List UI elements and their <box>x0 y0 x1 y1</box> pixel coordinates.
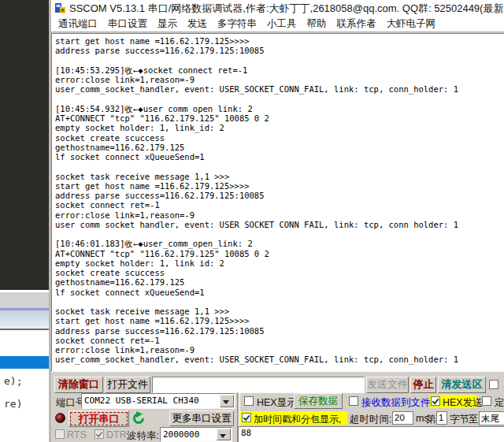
timestamp-checkbox[interactable] <box>242 413 251 422</box>
terminal-line: AT+CONNECT "tcp" "116.62.179.125" 10085 … <box>55 113 504 123</box>
title-bar[interactable]: SSCOM V5.13.1 串口/网络数据调试器,作者:大虾丁丁,2618058… <box>51 0 504 16</box>
terminal-line: address parse success=116.62.179.125:100… <box>55 46 504 55</box>
menu-item[interactable]: 多字符串 <box>217 17 257 31</box>
terminal-line: socket create scuccess <box>55 133 504 143</box>
hex-send-label: HEX发送 <box>443 396 483 410</box>
open-file-button[interactable]: 打开文件 <box>105 377 150 393</box>
hex-display-label[interactable]: HEX显示 <box>257 396 297 410</box>
baud-rate-value: 2000000 <box>163 429 199 440</box>
port-select[interactable]: COM22 USB-SERIAL CH340 <box>81 393 235 409</box>
menu-item[interactable]: 帮助 <box>307 17 327 31</box>
background-code-text: e); <box>4 375 22 387</box>
menu-item[interactable]: 显示 <box>158 17 177 31</box>
timeout-input[interactable]: 20 <box>392 411 413 425</box>
dtr-checkbox[interactable] <box>94 429 104 439</box>
background-divider <box>0 329 49 330</box>
terminal-line: start get host name =116.62.179.125>>>> <box>55 181 504 191</box>
menu-item[interactable]: 发送 <box>187 17 207 31</box>
rts-label: RTS <box>67 429 87 440</box>
terminal-line: user_comm_socket_handler, event: USER_SO… <box>55 355 504 364</box>
refresh-ports-icon[interactable] <box>132 411 146 425</box>
port-status-led <box>55 413 65 423</box>
terminal-line: empty socket holder: 1, link_id: 2 <box>55 258 504 268</box>
terminal-line: socket connect ret=-1 <box>55 336 504 345</box>
menu-item[interactable]: 通讯端口 <box>58 17 98 31</box>
background-window: e); re) <box>0 0 49 442</box>
bottom-panel: 清除窗口 打开文件 发送文件 停止 清发送区 端口号 COM22 USB-SER… <box>51 371 504 442</box>
menu-item[interactable]: 串口设置 <box>108 17 147 31</box>
terminal-line: socket task receive message 1,1 >>> <box>55 172 504 181</box>
terminal-line: address parse success=116.62.179.125:100… <box>55 191 504 200</box>
app-icon <box>55 2 65 13</box>
menu-item[interactable]: 大虾电子网 <box>387 17 436 31</box>
send-data-area[interactable]: 88 <box>238 426 504 442</box>
hex-display-checkbox[interactable] <box>244 396 254 406</box>
save-data-button[interactable]: 保存数据 <box>294 393 343 409</box>
clear-window-button[interactable]: 清除窗口 <box>54 377 103 393</box>
terminal-line: [10:46:01.183]收←◆user_comm_open_link: 2 <box>55 239 504 248</box>
byte-to-label: 至 <box>469 413 479 426</box>
file-path-input[interactable] <box>152 377 365 393</box>
terminal-line: error:close link=1,reason=-9 <box>55 345 504 355</box>
row1-checkbox[interactable] <box>489 380 498 389</box>
timed-send-checkbox[interactable] <box>482 396 491 406</box>
terminal-line: lf_socket_connect xQueueSend=1 <box>55 152 504 162</box>
terminal-line: socket connect ret=-1 <box>55 200 504 210</box>
more-serial-settings-button[interactable]: 更多串口设置 <box>169 410 234 426</box>
timed-send-label[interactable]: 定时 <box>495 396 504 410</box>
background-selected-line <box>0 356 49 369</box>
terminal-line: error:close link=1,reason=-9 <box>55 75 504 84</box>
terminal-line: lf_socket_connect xQueueSend=1 <box>55 288 504 297</box>
terminal-line: start get host name =116.62.179.125>>>> <box>55 316 504 325</box>
dtr-label: DTR <box>106 429 127 440</box>
terminal-line <box>55 56 504 65</box>
terminal-line: socket task receive message 1,1 >>> <box>55 306 504 316</box>
window-title: SSCOM V5.13.1 串口/网络数据调试器,作者:大虾丁丁,2618058… <box>69 2 504 16</box>
receive-to-file-label[interactable]: 接收数据到文件 <box>361 396 431 410</box>
receive-terminal[interactable]: start get host name =116.62.179.125>>>>a… <box>51 33 504 371</box>
terminal-line: user_comm_socket_handler, event: USER_SO… <box>55 220 504 229</box>
byte-unit-label: 字节 <box>450 413 469 426</box>
terminal-line <box>55 162 504 171</box>
open-port-button-label: 打开串口 <box>70 412 128 425</box>
menu-item[interactable]: 联系作者 <box>337 17 376 31</box>
byte-prefix-label: 第 <box>426 413 436 426</box>
terminal-line <box>55 95 504 104</box>
send-data-text: 88 <box>241 428 251 438</box>
terminal-line: [10:45:54.932]收←◆user_comm_open_link: 2 <box>55 104 504 113</box>
open-port-button[interactable]: 打开串口 <box>69 410 129 427</box>
background-panel-strip <box>0 292 49 308</box>
clear-send-area-button[interactable]: 清发送区 <box>438 377 486 393</box>
hex-send-checkbox[interactable] <box>431 396 440 406</box>
background-dark-area <box>0 0 49 290</box>
terminal-line: error:close link=1,reason=-9 <box>55 210 504 220</box>
terminal-line: [10:45:53.295]收←◆socket connect ret=-1 <box>55 65 504 75</box>
terminal-line: user_comm_socket_handler, event: USER_SO… <box>55 84 504 94</box>
menu-bar: 通讯端口串口设置显示发送多字符串小工具帮助联系作者大虾电子网 <box>51 16 504 32</box>
terminal-line: socket create scuccess <box>55 268 504 277</box>
byte-start-input[interactable]: 1 <box>436 411 447 425</box>
menu-item[interactable]: 小工具 <box>267 17 297 31</box>
port-select-value: COM22 USB-SERIAL CH340 <box>84 396 199 406</box>
send-file-button[interactable]: 发送文件 <box>366 377 409 393</box>
chevron-down-icon[interactable] <box>217 429 231 440</box>
hex-send-option[interactable]: HEX发送 <box>430 395 477 408</box>
terminal-line: AT+CONNECT "tcp" "116.62.179.125" 10085 … <box>55 249 504 258</box>
background-code-text: re) <box>4 398 22 410</box>
sscom-window: SSCOM V5.13.1 串口/网络数据调试器,作者:大虾丁丁,2618058… <box>49 0 504 442</box>
timestamp-label: 加时间戳和分包显示, <box>254 413 341 425</box>
stop-button[interactable]: 停止 <box>410 377 436 393</box>
chevron-down-icon[interactable] <box>220 395 234 407</box>
terminal-line: gethostname=116.62.179.125 <box>55 143 504 152</box>
receive-to-file-checkbox[interactable] <box>349 396 358 406</box>
terminal-line <box>55 229 504 239</box>
timeout-label: 超时时间: <box>350 413 391 426</box>
background-gradient-bar <box>0 310 49 329</box>
terminal-line: address parse success=116.62.179.125:100… <box>55 326 504 336</box>
rts-checkbox[interactable] <box>55 429 65 439</box>
baud-rate-label: 波特率: <box>127 429 159 442</box>
timestamp-option[interactable]: 加时间戳和分包显示, <box>240 411 347 425</box>
terminal-line: empty socket holder: 1, link_id: 2 <box>55 123 504 132</box>
byte-end-input[interactable]: 末尾 <box>479 411 504 425</box>
baud-rate-select[interactable]: 2000000 <box>160 427 232 442</box>
